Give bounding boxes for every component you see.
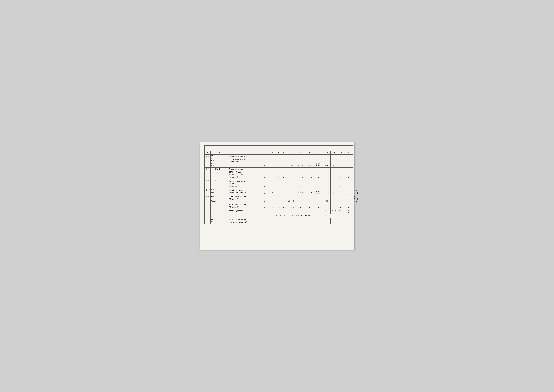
row-c10: I,33 <box>305 167 314 179</box>
row-c13: - <box>331 203 337 209</box>
row-c11: 0,06 0,0I <box>314 188 323 195</box>
row-c10: - <box>305 195 314 203</box>
row-c6 <box>276 218 281 224</box>
row-c11: - <box>314 195 323 203</box>
row-c13: - <box>331 195 337 203</box>
row-section-header: П. Материалы, не учтенные ценником <box>228 214 353 218</box>
side-label-top: 1355-02 <box>357 192 359 200</box>
col-header-4: 4 <box>262 151 269 154</box>
row-num: 30 <box>204 195 211 203</box>
row-c8 <box>286 218 296 224</box>
row-c7: - <box>281 179 286 188</box>
row-code: II-627-3 <box>211 167 228 179</box>
row-c15: - <box>344 179 353 188</box>
row-c9 <box>296 218 305 224</box>
row-c12 <box>323 218 331 224</box>
row-c15: - <box>344 203 353 209</box>
row-c6: - <box>276 154 281 168</box>
table-row: 30 Цена 3-да Таллин Электрорадиатор "Тер… <box>204 195 353 203</box>
row-c14: I6 <box>337 188 344 195</box>
row-c11: 0,87 0,32 <box>314 154 323 168</box>
row-name: Электрорадиатор "Термо-3" <box>228 203 262 209</box>
col-header-6: 6 <box>276 151 281 154</box>
row-code: 092 п.I445 <box>211 218 228 224</box>
row-c10: I,73 <box>305 188 314 195</box>
row-c15: I <box>344 188 353 195</box>
row-num <box>204 209 211 214</box>
row-c7 <box>281 218 286 224</box>
table-row: 28 II-4-2 То же, датчика температуры ДТК… <box>204 179 353 188</box>
col-header-2: 2 <box>211 151 228 154</box>
row-c13: I <box>331 179 337 188</box>
row-unit: шт <box>262 195 269 203</box>
row-c9: 0,5I <box>296 179 305 188</box>
row-c12: 3I5 <box>323 203 331 209</box>
row-name: То же, датчика температуры ДТКБ-53Т <box>228 179 262 188</box>
col-header-12: I2 <box>323 151 331 154</box>
row-c6: - <box>276 167 281 179</box>
row-c5: 2 <box>269 179 276 188</box>
row-c5: IO <box>269 203 276 209</box>
row-c12: - <box>323 167 331 179</box>
row-c6: - <box>276 209 281 214</box>
row-c13: 5 <box>331 154 337 168</box>
row-c10: - <box>305 203 314 209</box>
row-c9: 5,24 <box>296 154 305 168</box>
row-num: 3I <box>204 203 211 209</box>
top-empty-row <box>204 146 353 149</box>
row-code: Цена 3-да Таллин <box>211 195 228 203</box>
row-c5: 9 <box>269 188 276 195</box>
row-c8: - <box>286 179 296 188</box>
row-unit: шт <box>262 154 269 168</box>
table-row: 26 I5-04 д.3 ч.2 п.2-978 8-572-5 Станция… <box>204 154 353 168</box>
row-c9: - <box>296 209 305 214</box>
col-header-9: 9 <box>296 151 305 154</box>
row-c6: - <box>276 203 281 209</box>
row-c14: 2 <box>337 154 344 168</box>
row-c7: - <box>281 203 286 209</box>
row-num: 28 <box>204 179 211 188</box>
row-code: -"- <box>211 203 228 209</box>
row-c9: I,36 <box>296 167 305 179</box>
table-row-itogo: Итого добавить - - - - - - - - 932 536 2… <box>204 209 353 214</box>
row-c7: - <box>281 195 286 203</box>
table-row: 27 II-627-3 Температурное реле ТР-200 ко… <box>204 167 353 179</box>
row-name: Коробка ответ- вительная КСК-8 <box>228 188 262 195</box>
row-c10: - <box>305 209 314 214</box>
row-c11: - <box>314 209 323 214</box>
row-c11: - <box>314 167 323 179</box>
row-code: II-4-2 <box>211 179 228 188</box>
row-c14 <box>337 218 344 224</box>
side-labels: 1355-02 804-2-41.86 II — — II9 <box>354 142 359 250</box>
col-header-10: IO <box>305 151 314 154</box>
row-code: I5-04 д.3 ч.2 п.2-978 8-572-5 <box>211 154 228 168</box>
row-c7: - <box>281 154 286 168</box>
row-c5: I <box>269 167 276 179</box>
page: 1355-02 804-2-41.86 II — — II9 I 2 3 4 5… <box>200 142 354 250</box>
table-row-section: П. Материалы, не учтенные ценником <box>204 214 353 218</box>
row-name: Станция управле- ния калориферной устано… <box>228 154 262 168</box>
col-header-15: I5 <box>344 151 353 154</box>
row-unit <box>262 218 269 224</box>
row-c7: - <box>281 209 286 214</box>
col-header-14: I4 <box>337 151 344 154</box>
row-unit: - <box>262 209 269 214</box>
row-c14: 22I <box>337 209 344 214</box>
row-c8: - <box>286 188 296 195</box>
row-c8: 380 <box>286 154 296 168</box>
row-c14: - <box>337 195 344 203</box>
row-c5: - <box>269 209 276 214</box>
table-row: 29 8-534-I4 доп.I Коробка ответ- вительн… <box>204 188 353 195</box>
row-c6: - <box>276 188 281 195</box>
row-c12: 932 <box>323 209 331 214</box>
side-roman: II <box>353 196 355 199</box>
second-empty-row <box>204 149 353 151</box>
row-unit: шт <box>262 167 269 179</box>
row-c8: 3I,45 <box>286 203 296 209</box>
col-header-3: 3 <box>228 151 262 154</box>
col-header-7: 7 <box>281 151 286 154</box>
row-c12: - <box>323 179 331 188</box>
row-c5: I <box>269 154 276 168</box>
row-c8: - <box>286 167 296 179</box>
row-c15: I <box>344 154 353 168</box>
